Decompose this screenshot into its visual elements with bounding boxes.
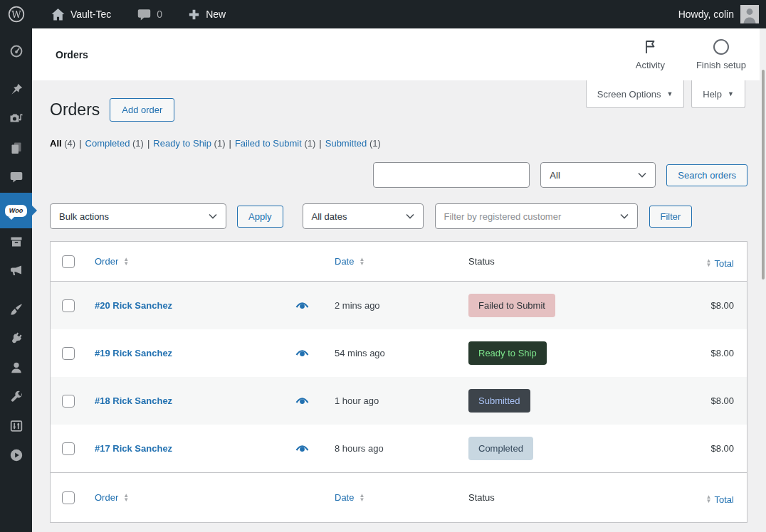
order-date: 54 mins ago <box>322 348 454 358</box>
sidebar-item-settings[interactable] <box>0 413 32 442</box>
sidebar-item-plugins[interactable] <box>0 325 32 354</box>
order-total: $8.00 <box>597 395 747 406</box>
sidebar-item-woocommerce[interactable]: Woo <box>0 193 32 228</box>
order-total: $8.00 <box>597 300 747 311</box>
gauge-icon <box>9 44 23 60</box>
preview-eye-icon[interactable] <box>282 444 322 453</box>
sort-total-column[interactable]: ▲▼Total <box>706 494 734 505</box>
sidebar-item-comments[interactable] <box>0 164 32 193</box>
comments-menu[interactable]: 0 <box>129 0 170 28</box>
screen-options-tab[interactable]: Screen Options ▼ <box>586 80 685 108</box>
order-link[interactable]: #18 Rick Sanchez <box>95 395 172 406</box>
view-ready-to-ship[interactable]: Ready to Ship (1) <box>153 138 225 149</box>
woocommerce-header: Orders Activity Finish setup <box>32 28 766 80</box>
paintbrush-icon <box>9 302 23 319</box>
chevron-down-icon <box>620 213 629 219</box>
new-content-menu[interactable]: New <box>179 0 234 28</box>
sort-order-column[interactable]: Order▲▼ <box>95 256 129 267</box>
view-all[interactable]: All (4) <box>50 138 75 149</box>
order-link[interactable]: #19 Rick Sanchez <box>95 348 172 358</box>
dates-filter-select[interactable]: All dates <box>303 203 424 229</box>
sort-arrows-icon: ▲▼ <box>123 257 129 266</box>
howdy-text[interactable]: Howdy, colin <box>678 9 734 20</box>
wrench-icon <box>9 390 23 406</box>
chevron-down-icon: ▼ <box>728 90 734 97</box>
activity-label: Activity <box>636 60 665 70</box>
pushpin-icon <box>9 83 23 99</box>
user-icon <box>9 361 23 377</box>
search-category-select[interactable]: All <box>540 162 656 188</box>
status-badge: Failed to Submit <box>468 294 555 317</box>
search-category-value: All <box>550 170 560 181</box>
order-date: 2 mins ago <box>322 300 454 311</box>
preview-eye-icon[interactable] <box>282 301 322 310</box>
table-row: #18 Rick Sanchez 1 hour ago Submitted $8… <box>51 377 747 425</box>
breadcrumb: Orders <box>56 49 88 60</box>
help-label: Help <box>703 89 722 100</box>
sliders-icon <box>9 419 23 435</box>
sort-date-column[interactable]: Date▲▼ <box>335 256 364 267</box>
comments-count: 0 <box>157 9 162 20</box>
sort-arrows-icon: ▲▼ <box>706 259 712 267</box>
wordpress-logo-icon: W <box>8 6 25 23</box>
row-checkbox[interactable] <box>62 442 75 455</box>
sidebar-item-marketing[interactable] <box>0 257 32 287</box>
apply-button[interactable]: Apply <box>237 206 283 228</box>
site-name-menu[interactable]: Vault-Tec <box>43 0 119 28</box>
play-icon <box>9 448 23 464</box>
sidebar-item-media[interactable] <box>0 105 32 134</box>
table-row: #19 Rick Sanchez 54 mins ago Ready to Sh… <box>51 329 747 377</box>
finish-setup-button[interactable]: Finish setup <box>696 38 746 70</box>
filter-button[interactable]: Filter <box>649 206 693 228</box>
avatar[interactable] <box>740 5 759 23</box>
finish-setup-label: Finish setup <box>696 60 746 70</box>
status-column-header: Status <box>468 256 495 267</box>
sort-order-column[interactable]: Order▲▼ <box>95 492 129 503</box>
sidebar-item-video-plugin[interactable] <box>0 442 32 471</box>
search-orders-button[interactable]: Search orders <box>666 164 747 186</box>
home-icon <box>51 7 65 22</box>
select-all-checkbox[interactable] <box>62 255 75 268</box>
sort-date-column[interactable]: Date▲▼ <box>335 492 364 503</box>
scrollbar-thumb[interactable] <box>762 70 765 280</box>
preview-eye-icon[interactable] <box>282 349 322 358</box>
help-tab[interactable]: Help ▼ <box>691 80 745 108</box>
sort-total-column[interactable]: ▲▼Total <box>706 258 734 269</box>
select-all-checkbox[interactable] <box>62 491 75 504</box>
sidebar-item-pages[interactable] <box>0 134 32 164</box>
table-footer-row: Order▲▼ Date▲▼ Status ▲▼Total <box>51 472 747 522</box>
chevron-down-icon <box>406 213 414 219</box>
search-input[interactable] <box>373 162 530 188</box>
comment-bubble-icon <box>9 170 23 186</box>
preview-eye-icon[interactable] <box>282 396 322 405</box>
sidebar-item-tools[interactable] <box>0 383 32 413</box>
vertical-scrollbar[interactable] <box>760 28 766 532</box>
sidebar-separator <box>0 287 32 296</box>
new-label: New <box>206 9 226 20</box>
view-completed[interactable]: Completed (1) <box>85 138 144 149</box>
order-link[interactable]: #17 Rick Sanchez <box>95 443 172 454</box>
row-checkbox[interactable] <box>62 299 75 312</box>
admin-sidebar: Woo <box>0 28 32 532</box>
row-checkbox[interactable] <box>62 347 75 360</box>
page-title: Orders <box>50 100 100 119</box>
sidebar-item-users[interactable] <box>0 354 32 383</box>
row-checkbox[interactable] <box>62 395 75 408</box>
view-failed-to-submit[interactable]: Failed to Submit (1) <box>235 138 315 149</box>
add-order-button[interactable]: Add order <box>110 98 174 122</box>
sidebar-item-posts[interactable] <box>0 76 32 105</box>
activity-button[interactable]: Activity <box>636 38 665 70</box>
wordpress-logo-menu[interactable]: W <box>0 0 33 28</box>
bulk-actions-select[interactable]: Bulk actions <box>50 203 226 229</box>
admin-bar: W Vault-Tec 0 New Howdy, colin <box>0 0 766 28</box>
woocommerce-icon: Woo <box>5 205 27 217</box>
sidebar-item-dashboard[interactable] <box>0 38 32 67</box>
customer-filter-select[interactable]: Filter by registered customer <box>435 203 638 229</box>
order-link[interactable]: #20 Rick Sanchez <box>95 300 172 311</box>
comment-bubble-icon <box>137 7 152 22</box>
order-date: 1 hour ago <box>322 395 454 406</box>
plug-icon <box>9 331 23 348</box>
sidebar-item-products[interactable] <box>0 228 32 257</box>
sidebar-item-appearance[interactable] <box>0 296 32 325</box>
view-submitted[interactable]: Submitted (1) <box>325 138 381 149</box>
